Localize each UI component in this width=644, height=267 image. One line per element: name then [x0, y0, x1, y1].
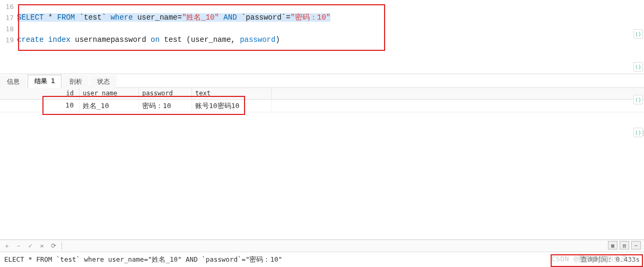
table-row[interactable]: 10 姓名_10 密码：10 账号10密码10	[0, 100, 644, 112]
line-number: 16	[0, 1, 14, 12]
view-mode-icons: ▦ ▤ ⋯	[608, 241, 641, 250]
cell-user[interactable]: 姓名_10	[80, 100, 139, 112]
form-view-icon[interactable]: ▤	[620, 241, 629, 250]
cell-text[interactable]: 账号10密码10	[192, 100, 272, 112]
col-header-user[interactable]: user_name	[80, 88, 139, 99]
more-view-icon[interactable]: ⋯	[631, 241, 641, 250]
col-header-password[interactable]: password	[139, 88, 192, 99]
code-line[interactable]	[17, 23, 644, 34]
ext-icon[interactable]: ⟨⟩	[633, 29, 643, 39]
toolbar-divider	[62, 242, 62, 250]
cell-id[interactable]: 10	[0, 100, 80, 112]
tab-结果 1[interactable]: 结果 1	[28, 75, 62, 88]
code-line[interactable]: create index usernamepassword on test (u…	[17, 34, 644, 46]
result-tabs: 信息结果 1剖析状态	[0, 74, 644, 88]
line-number: 17	[0, 12, 14, 23]
status-query: ELECT * FROM `test` where user_name="姓名_…	[4, 255, 282, 264]
results-grid[interactable]: id user_name password text 10 姓名_10 密码：1…	[0, 88, 644, 112]
col-header-text[interactable]: text	[192, 88, 272, 99]
grid-view-icon[interactable]: ▦	[608, 241, 617, 250]
sql-editor[interactable]: 16171819 SELECT * FROM `test` where user…	[0, 0, 644, 74]
check-icon[interactable]: ✓	[27, 242, 34, 250]
line-gutter: 16171819	[0, 1, 17, 46]
line-number: 18	[0, 23, 14, 34]
status-bar: ELECT * FROM `test` where user_name="姓名_…	[0, 252, 644, 267]
code-line[interactable]: SELECT * FROM `test` where user_name="姓名…	[17, 12, 644, 23]
ext-icon[interactable]: ⟨⟩	[633, 62, 643, 72]
ext-icon[interactable]: ⟨⟩	[633, 95, 643, 104]
grid-header-row: id user_name password text	[0, 88, 644, 100]
result-toolbar: ＋ － ✓ ✕ ⟳ ▦ ▤ ⋯	[0, 239, 644, 252]
line-number: 19	[0, 34, 14, 46]
cell-password[interactable]: 密码：10	[139, 100, 192, 112]
right-extension-icons: ⟨⟩ ⟨⟩ ⟨⟩ ⟨⟩扩	[633, 29, 643, 137]
tab-信息[interactable]: 信息	[0, 75, 27, 88]
cross-icon[interactable]: ✕	[38, 242, 46, 250]
tab-剖析[interactable]: 剖析	[63, 75, 89, 88]
ext-icon[interactable]: ⟨⟩扩	[633, 128, 643, 137]
plus-icon[interactable]: ＋	[3, 242, 11, 250]
refresh-icon[interactable]: ⟳	[50, 242, 57, 250]
code-area[interactable]: SELECT * FROM `test` where user_name="姓名…	[17, 1, 644, 46]
col-header-id[interactable]: id	[0, 88, 80, 99]
minus-icon[interactable]: －	[15, 242, 22, 250]
status-time: 查询时间: 0.433s	[580, 255, 640, 264]
bottom-area: ＋ － ✓ ✕ ⟳ ▦ ▤ ⋯ ELECT * FROM `test` wher…	[0, 239, 644, 267]
tab-状态[interactable]: 状态	[90, 75, 117, 88]
code-line[interactable]	[17, 1, 644, 12]
